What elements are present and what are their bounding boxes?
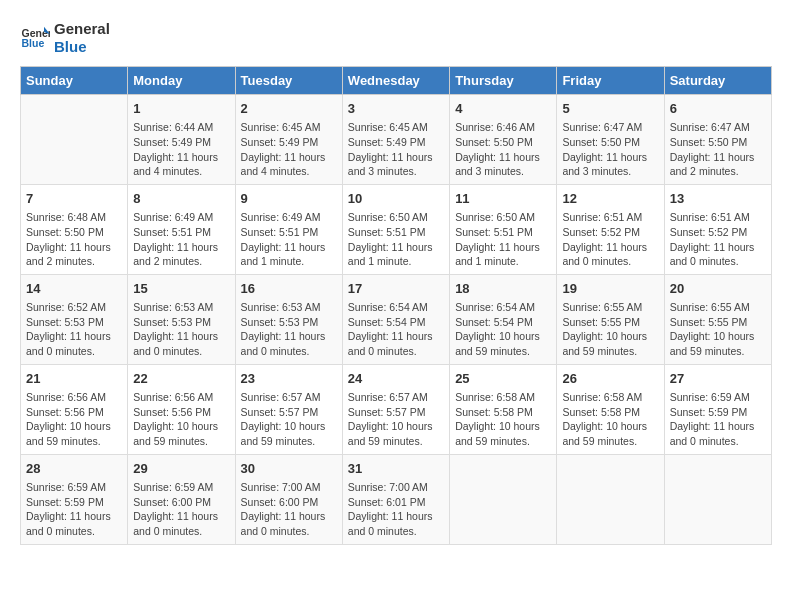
day-info: Sunrise: 6:46 AM Sunset: 5:50 PM Dayligh…	[455, 120, 551, 179]
calendar-cell	[664, 454, 771, 544]
day-info: Sunrise: 6:51 AM Sunset: 5:52 PM Dayligh…	[562, 210, 658, 269]
day-info: Sunrise: 6:57 AM Sunset: 5:57 PM Dayligh…	[241, 390, 337, 449]
column-header-saturday: Saturday	[664, 67, 771, 95]
week-row-4: 21Sunrise: 6:56 AM Sunset: 5:56 PM Dayli…	[21, 364, 772, 454]
day-number: 21	[26, 370, 122, 388]
day-number: 6	[670, 100, 766, 118]
day-number: 24	[348, 370, 444, 388]
column-header-monday: Monday	[128, 67, 235, 95]
column-header-thursday: Thursday	[450, 67, 557, 95]
calendar-cell: 14Sunrise: 6:52 AM Sunset: 5:53 PM Dayli…	[21, 274, 128, 364]
calendar-cell: 23Sunrise: 6:57 AM Sunset: 5:57 PM Dayli…	[235, 364, 342, 454]
logo-text-line1: General	[54, 20, 110, 38]
day-number: 3	[348, 100, 444, 118]
day-info: Sunrise: 6:54 AM Sunset: 5:54 PM Dayligh…	[455, 300, 551, 359]
calendar-cell: 28Sunrise: 6:59 AM Sunset: 5:59 PM Dayli…	[21, 454, 128, 544]
day-number: 5	[562, 100, 658, 118]
day-number: 1	[133, 100, 229, 118]
week-row-5: 28Sunrise: 6:59 AM Sunset: 5:59 PM Dayli…	[21, 454, 772, 544]
day-info: Sunrise: 7:00 AM Sunset: 6:00 PM Dayligh…	[241, 480, 337, 539]
day-number: 30	[241, 460, 337, 478]
day-info: Sunrise: 6:49 AM Sunset: 5:51 PM Dayligh…	[133, 210, 229, 269]
day-number: 11	[455, 190, 551, 208]
day-info: Sunrise: 6:45 AM Sunset: 5:49 PM Dayligh…	[241, 120, 337, 179]
day-number: 15	[133, 280, 229, 298]
calendar-cell: 3Sunrise: 6:45 AM Sunset: 5:49 PM Daylig…	[342, 95, 449, 185]
column-header-wednesday: Wednesday	[342, 67, 449, 95]
calendar-cell: 29Sunrise: 6:59 AM Sunset: 6:00 PM Dayli…	[128, 454, 235, 544]
calendar-cell: 15Sunrise: 6:53 AM Sunset: 5:53 PM Dayli…	[128, 274, 235, 364]
logo-icon: General Blue	[20, 23, 50, 53]
day-info: Sunrise: 6:50 AM Sunset: 5:51 PM Dayligh…	[455, 210, 551, 269]
day-number: 29	[133, 460, 229, 478]
day-number: 25	[455, 370, 551, 388]
calendar-cell: 20Sunrise: 6:55 AM Sunset: 5:55 PM Dayli…	[664, 274, 771, 364]
calendar-cell	[450, 454, 557, 544]
day-info: Sunrise: 6:52 AM Sunset: 5:53 PM Dayligh…	[26, 300, 122, 359]
day-info: Sunrise: 6:47 AM Sunset: 5:50 PM Dayligh…	[562, 120, 658, 179]
calendar-cell: 4Sunrise: 6:46 AM Sunset: 5:50 PM Daylig…	[450, 95, 557, 185]
day-info: Sunrise: 6:48 AM Sunset: 5:50 PM Dayligh…	[26, 210, 122, 269]
calendar-cell	[21, 95, 128, 185]
day-number: 7	[26, 190, 122, 208]
day-number: 4	[455, 100, 551, 118]
day-number: 22	[133, 370, 229, 388]
day-info: Sunrise: 6:55 AM Sunset: 5:55 PM Dayligh…	[670, 300, 766, 359]
calendar-cell: 9Sunrise: 6:49 AM Sunset: 5:51 PM Daylig…	[235, 184, 342, 274]
day-number: 8	[133, 190, 229, 208]
calendar-cell: 31Sunrise: 7:00 AM Sunset: 6:01 PM Dayli…	[342, 454, 449, 544]
day-number: 26	[562, 370, 658, 388]
day-number: 31	[348, 460, 444, 478]
calendar-table: SundayMondayTuesdayWednesdayThursdayFrid…	[20, 66, 772, 545]
day-number: 13	[670, 190, 766, 208]
calendar-cell: 16Sunrise: 6:53 AM Sunset: 5:53 PM Dayli…	[235, 274, 342, 364]
day-number: 28	[26, 460, 122, 478]
calendar-cell: 21Sunrise: 6:56 AM Sunset: 5:56 PM Dayli…	[21, 364, 128, 454]
day-number: 2	[241, 100, 337, 118]
calendar-cell: 30Sunrise: 7:00 AM Sunset: 6:00 PM Dayli…	[235, 454, 342, 544]
day-number: 14	[26, 280, 122, 298]
day-info: Sunrise: 6:44 AM Sunset: 5:49 PM Dayligh…	[133, 120, 229, 179]
week-row-3: 14Sunrise: 6:52 AM Sunset: 5:53 PM Dayli…	[21, 274, 772, 364]
day-info: Sunrise: 6:53 AM Sunset: 5:53 PM Dayligh…	[241, 300, 337, 359]
day-info: Sunrise: 6:55 AM Sunset: 5:55 PM Dayligh…	[562, 300, 658, 359]
calendar-cell: 6Sunrise: 6:47 AM Sunset: 5:50 PM Daylig…	[664, 95, 771, 185]
calendar-cell: 24Sunrise: 6:57 AM Sunset: 5:57 PM Dayli…	[342, 364, 449, 454]
calendar-cell: 19Sunrise: 6:55 AM Sunset: 5:55 PM Dayli…	[557, 274, 664, 364]
week-row-1: 1Sunrise: 6:44 AM Sunset: 5:49 PM Daylig…	[21, 95, 772, 185]
calendar-cell: 1Sunrise: 6:44 AM Sunset: 5:49 PM Daylig…	[128, 95, 235, 185]
day-info: Sunrise: 6:59 AM Sunset: 6:00 PM Dayligh…	[133, 480, 229, 539]
calendar-cell: 11Sunrise: 6:50 AM Sunset: 5:51 PM Dayli…	[450, 184, 557, 274]
day-info: Sunrise: 6:53 AM Sunset: 5:53 PM Dayligh…	[133, 300, 229, 359]
day-number: 9	[241, 190, 337, 208]
calendar-cell: 25Sunrise: 6:58 AM Sunset: 5:58 PM Dayli…	[450, 364, 557, 454]
calendar-cell: 7Sunrise: 6:48 AM Sunset: 5:50 PM Daylig…	[21, 184, 128, 274]
day-info: Sunrise: 6:58 AM Sunset: 5:58 PM Dayligh…	[562, 390, 658, 449]
calendar-cell: 27Sunrise: 6:59 AM Sunset: 5:59 PM Dayli…	[664, 364, 771, 454]
day-number: 20	[670, 280, 766, 298]
calendar-cell: 12Sunrise: 6:51 AM Sunset: 5:52 PM Dayli…	[557, 184, 664, 274]
day-info: Sunrise: 6:59 AM Sunset: 5:59 PM Dayligh…	[670, 390, 766, 449]
logo: General Blue General Blue	[20, 20, 110, 56]
column-header-friday: Friday	[557, 67, 664, 95]
week-row-2: 7Sunrise: 6:48 AM Sunset: 5:50 PM Daylig…	[21, 184, 772, 274]
day-number: 27	[670, 370, 766, 388]
day-number: 10	[348, 190, 444, 208]
calendar-cell	[557, 454, 664, 544]
day-number: 23	[241, 370, 337, 388]
calendar-cell: 2Sunrise: 6:45 AM Sunset: 5:49 PM Daylig…	[235, 95, 342, 185]
day-number: 12	[562, 190, 658, 208]
column-header-sunday: Sunday	[21, 67, 128, 95]
day-info: Sunrise: 6:45 AM Sunset: 5:49 PM Dayligh…	[348, 120, 444, 179]
day-number: 16	[241, 280, 337, 298]
logo-text-line2: Blue	[54, 38, 110, 56]
day-info: Sunrise: 6:47 AM Sunset: 5:50 PM Dayligh…	[670, 120, 766, 179]
calendar-cell: 22Sunrise: 6:56 AM Sunset: 5:56 PM Dayli…	[128, 364, 235, 454]
day-info: Sunrise: 6:49 AM Sunset: 5:51 PM Dayligh…	[241, 210, 337, 269]
page-header: General Blue General Blue	[20, 20, 772, 56]
calendar-cell: 18Sunrise: 6:54 AM Sunset: 5:54 PM Dayli…	[450, 274, 557, 364]
day-info: Sunrise: 6:57 AM Sunset: 5:57 PM Dayligh…	[348, 390, 444, 449]
day-number: 18	[455, 280, 551, 298]
day-info: Sunrise: 6:54 AM Sunset: 5:54 PM Dayligh…	[348, 300, 444, 359]
day-info: Sunrise: 7:00 AM Sunset: 6:01 PM Dayligh…	[348, 480, 444, 539]
